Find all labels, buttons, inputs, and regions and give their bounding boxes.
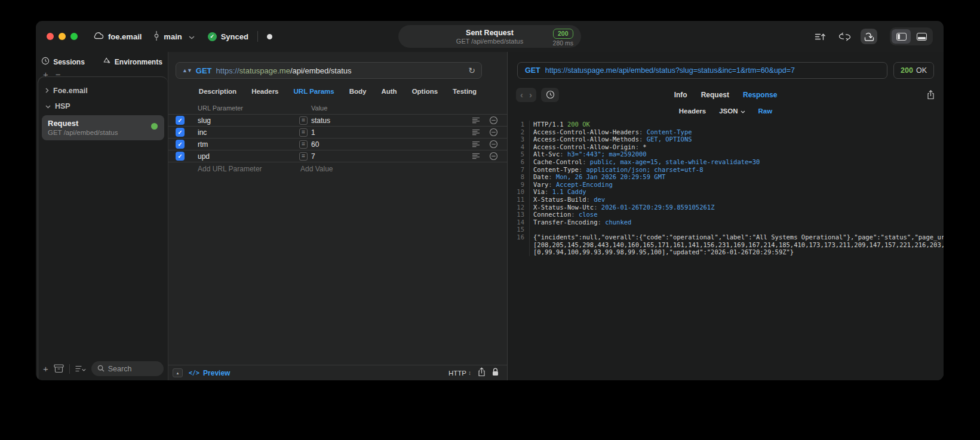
protocol-selector[interactable]: HTTP ↕ xyxy=(448,370,471,377)
param-name-field[interactable]: inc xyxy=(191,128,299,137)
request-duration: 280 ms xyxy=(553,39,573,47)
param-enabled-checkbox[interactable]: ✓ xyxy=(176,116,185,125)
param-enabled-checkbox[interactable]: ✓ xyxy=(176,128,185,137)
url-params-table: URL Parameter Value ✓slug=status✓inc=1✓r… xyxy=(168,102,507,175)
response-line: 6Cache-Control: public, max-age=15, stal… xyxy=(508,158,944,166)
tree-group-hsp[interactable]: HSP xyxy=(42,99,164,114)
add-value-placeholder[interactable]: Add Value xyxy=(299,165,468,173)
tab-environments[interactable]: Environments xyxy=(103,57,162,67)
panel-bottom-icon xyxy=(917,33,927,41)
expand-panel-button[interactable]: ▲ xyxy=(173,368,183,377)
history-clock-button[interactable] xyxy=(541,88,559,102)
request-method[interactable]: GET xyxy=(196,66,212,75)
tab-sessions[interactable]: Sessions xyxy=(41,57,85,67)
search-input[interactable] xyxy=(108,365,156,373)
param-name-field[interactable]: upd xyxy=(191,152,299,161)
param-enabled-checkbox[interactable]: ✓ xyxy=(176,152,185,161)
zoom-window-button[interactable] xyxy=(70,33,78,40)
sync-status[interactable]: ✓ Synced xyxy=(208,32,248,41)
titlebar-divider xyxy=(257,31,258,42)
sync-loop-button[interactable] xyxy=(836,29,853,44)
line-content: Date: Mon, 26 Jan 2026 20:29:59 GMT xyxy=(529,173,944,181)
tab-testing[interactable]: Testing xyxy=(453,88,477,95)
subtab-raw[interactable]: Raw xyxy=(758,107,773,115)
subtab-json-dropdown[interactable]: JSON xyxy=(719,107,745,115)
subtab-headers[interactable]: Headers xyxy=(679,107,706,115)
line-number: 1 xyxy=(508,121,529,128)
resend-request-icon[interactable]: ↻ xyxy=(468,66,475,75)
response-method: GET xyxy=(525,66,540,75)
minimize-window-button[interactable] xyxy=(59,33,66,40)
add-request-button[interactable]: + xyxy=(43,365,48,373)
export-response-button[interactable] xyxy=(926,90,935,100)
param-value-field[interactable]: =status xyxy=(299,116,468,125)
panel-left-icon xyxy=(896,33,907,41)
param-row-rtm[interactable]: ✓rtm=60 xyxy=(168,138,507,150)
status-code-badge: 200 xyxy=(553,29,573,39)
lock-icon[interactable] xyxy=(492,368,499,379)
sidebar-search-field[interactable] xyxy=(91,361,164,376)
param-name-field[interactable]: rtm xyxy=(191,140,299,149)
multiline-value-icon[interactable] xyxy=(468,141,484,147)
remove-param-button[interactable] xyxy=(484,116,502,125)
tab-info[interactable]: Info xyxy=(674,91,687,99)
history-forward-button[interactable]: › xyxy=(529,90,532,100)
param-row-inc[interactable]: ✓inc=1 xyxy=(168,126,507,138)
share-icon[interactable] xyxy=(477,367,486,379)
remove-param-button[interactable] xyxy=(484,140,502,149)
param-enabled-checkbox[interactable]: ✓ xyxy=(176,140,185,149)
raw-response-view[interactable]: 1HTTP/1.1 200 OK2Access-Control-Allow-He… xyxy=(508,121,944,256)
branch-selector[interactable]: main xyxy=(153,31,194,42)
request-list-item-selected[interactable]: Request GET /api/embed/status xyxy=(42,115,164,140)
tab-headers[interactable]: Headers xyxy=(251,88,278,95)
line-number: 6 xyxy=(508,158,529,166)
toggle-left-panel-button[interactable] xyxy=(892,29,911,44)
param-value-field[interactable]: =1 xyxy=(299,128,468,137)
request-item-title: Request xyxy=(48,119,158,128)
multiline-value-icon[interactable] xyxy=(468,129,484,136)
tab-body[interactable]: Body xyxy=(349,88,367,95)
remove-param-button[interactable] xyxy=(484,152,502,161)
request-url-bar[interactable]: ▲▼ GET https://statuspage.me/api/embed/s… xyxy=(176,62,482,79)
import-response-button[interactable] xyxy=(861,29,877,44)
project-selector[interactable]: foe.email xyxy=(93,32,142,41)
line-content: Content-Type: application/json; charset=… xyxy=(529,166,944,174)
param-value-field[interactable]: =7 xyxy=(299,152,468,161)
sent-request-subtitle: GET /api/embed/status xyxy=(456,38,523,45)
line-content: X-Status-Now-Utc: 2026-01-26T20:29:59.85… xyxy=(529,204,944,211)
close-window-button[interactable] xyxy=(47,33,54,40)
tab-response[interactable]: Response xyxy=(743,91,777,99)
chevron-down-icon xyxy=(45,102,51,110)
line-content: Connection: close xyxy=(529,211,944,219)
line-number: 10 xyxy=(508,188,529,196)
titlebar[interactable]: foe.email main ✓ Synced Sent Request GET… xyxy=(36,21,944,52)
archive-box-icon[interactable] xyxy=(54,364,64,373)
sort-export-button[interactable] xyxy=(812,29,828,44)
project-name: foe.email xyxy=(108,32,142,41)
add-param-row[interactable]: Add URL Parameter Add Value xyxy=(168,162,507,175)
tab-description[interactable]: Description xyxy=(199,88,236,95)
toggle-bottom-panel-button[interactable] xyxy=(912,29,931,44)
line-number: 8 xyxy=(508,173,529,181)
add-url-parameter-placeholder[interactable]: Add URL Parameter xyxy=(191,165,299,173)
preview-button[interactable]: </> Preview xyxy=(189,369,230,377)
history-back-button[interactable]: ‹ xyxy=(520,90,523,100)
tree-group-foe-email[interactable]: Foe.email xyxy=(42,83,164,99)
list-options-button[interactable] xyxy=(75,365,86,373)
multiline-value-icon[interactable] xyxy=(468,153,484,159)
param-row-upd[interactable]: ✓upd=7 xyxy=(168,150,507,162)
url-path: /api/embed/status xyxy=(290,66,352,75)
tab-options[interactable]: Options xyxy=(412,88,438,95)
url-scheme: https:// xyxy=(216,66,239,75)
param-value-field[interactable]: =60 xyxy=(299,140,468,149)
tab-auth[interactable]: Auth xyxy=(381,88,397,95)
param-name-field[interactable]: slug xyxy=(191,116,299,125)
sent-url-box[interactable]: GET https://statuspage.me/api/embed/stat… xyxy=(517,62,887,79)
multiline-value-icon[interactable] xyxy=(468,117,484,124)
remove-param-button[interactable] xyxy=(484,128,502,137)
param-row-slug[interactable]: ✓slug=status xyxy=(168,114,507,126)
response-line: 3Access-Control-Allow-Methods: GET, OPTI… xyxy=(508,136,944,143)
sent-request-pill[interactable]: Sent Request GET /api/embed/status 200 2… xyxy=(398,25,581,48)
tab-request[interactable]: Request xyxy=(701,91,729,99)
tab-url-params[interactable]: URL Params xyxy=(294,88,334,95)
